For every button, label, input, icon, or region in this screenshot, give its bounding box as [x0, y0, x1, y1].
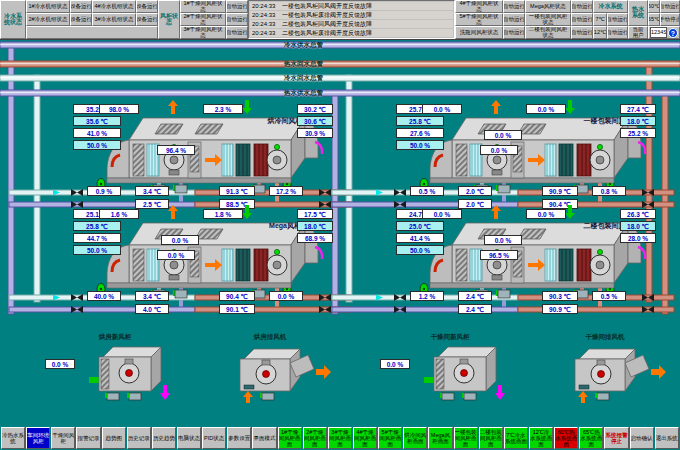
heating-coil-icon: [577, 249, 591, 281]
damper-louver-icon: [133, 249, 144, 281]
intake-arrow-icon: [578, 391, 588, 403]
toolbar-button[interactable]: 干燥间风柜: [51, 427, 75, 449]
pipe-label-chilled-return: 冷水回水总管: [284, 74, 323, 83]
toolbar-button[interactable]: 冷热水系统: [1, 427, 25, 449]
return-arrow-icon: [242, 100, 252, 114]
toolbar-button[interactable]: 60℃热水系统画面: [554, 427, 578, 449]
toolbar-button[interactable]: 65℃热水系统画面: [579, 427, 603, 449]
supply-air-temp: 26.3 ℃: [620, 209, 656, 219]
fan-speed-feedback: 96.4 %: [157, 145, 195, 155]
supply-humidity: 68.9 %: [297, 233, 333, 243]
damper-louver-icon: [456, 144, 467, 176]
heating-coil-icon: [254, 249, 268, 281]
fan-speed-feedback: 96.5 %: [480, 250, 518, 260]
mixing-damper-position: 0.0 %: [161, 235, 199, 245]
damper-position: 1.8 %: [203, 209, 243, 219]
damper-position: 2.3 %: [203, 104, 243, 114]
ahu-module: 25.7 ℃ 25.8 ℃ 27.6 % 50.0 % 0.0 % 0.0 % …: [348, 100, 658, 212]
supply-humidity: 25.2 %: [620, 128, 656, 138]
toolbar-button[interactable]: 烘冷间风柜画面: [403, 427, 427, 449]
hot-valve-position: 0.5 %: [592, 291, 626, 301]
toolbar-button[interactable]: 1#干燥间风柜画面: [278, 427, 302, 449]
fan-speed-feedback: 0.0 %: [157, 250, 195, 260]
return-humidity: 27.6 %: [396, 128, 444, 138]
hot-supply-temp: 90.9 ℃: [542, 186, 578, 196]
return-humidity: 44.7 %: [73, 233, 121, 243]
humidity-setpoint: 50.0 %: [396, 245, 444, 255]
damper-louver-icon: [456, 249, 467, 281]
chilled-supply-temp: 2.0 ℃: [458, 186, 492, 196]
fresh-air-damper-position: 0.0 %: [45, 359, 75, 369]
chilled-valve-position: 0.9 %: [87, 186, 121, 196]
return-humidity: 41.4 %: [396, 233, 444, 243]
toolbar-button[interactable]: 退出系统: [655, 427, 679, 449]
toolbar-button[interactable]: Mega风柜画面: [428, 427, 452, 449]
fan-stopped-indicator: [263, 371, 270, 378]
damper-position: 0.0 %: [526, 209, 566, 219]
toolbar-button[interactable]: PID状态: [202, 427, 226, 449]
heating-coil-icon: [254, 144, 268, 176]
pipe-label-hot-return: 热水回水总管: [284, 60, 323, 69]
toolbar-button[interactable]: 界面模式: [252, 427, 276, 449]
damper-actuator-icon: [129, 393, 141, 400]
toolbar-button[interactable]: 历史记录: [127, 427, 151, 449]
filter-section-icon: [222, 249, 233, 281]
damper-louver-icon: [133, 144, 144, 176]
toolbar-button[interactable]: 电脑状态: [177, 427, 201, 449]
supply-air-setpoint: 18.0 ℃: [297, 221, 333, 231]
chilled-valve-position: 1.2 %: [410, 291, 444, 301]
damper-actuator-icon: [464, 393, 476, 400]
supply-air-setpoint: 18.0 ℃: [620, 221, 656, 231]
pipe-label-hot-supply: 热水供水总管: [284, 89, 323, 98]
hot-valve-position: 0.8 %: [592, 186, 626, 196]
damper-position: 1.6 %: [99, 209, 139, 219]
toolbar-button[interactable]: 一楼包装间风柜画面: [454, 427, 478, 449]
scada-hvac-screen: 冷水系统状态 1#冷水机组状态 设备运行 4#冷水机组状态 设备运行 2#冷水机…: [0, 0, 680, 450]
toolbar-button[interactable]: 历史趋势: [152, 427, 176, 449]
toolbar-button[interactable]: 参数设置: [227, 427, 251, 449]
toolbar-button[interactable]: 3#干燥间风柜画面: [328, 427, 352, 449]
toolbar-button[interactable]: 4#干燥间风柜画面: [353, 427, 377, 449]
hot-valve-position: 0.0 %: [269, 291, 303, 301]
fan-unit: 干燥间排风机: [535, 333, 675, 403]
chilled-supply-temp: 3.4 ℃: [135, 186, 169, 196]
toolbar-button[interactable]: 5#干燥间风柜画面: [378, 427, 402, 449]
ahu-module: 35.2 ℃ 35.6 ℃ 41.0 % 50.0 % 98.0 % 2.3 %…: [25, 100, 335, 212]
supply-air-temp: 30.2 ℃: [297, 104, 333, 114]
damper-position: 0.0 %: [422, 209, 462, 219]
discharge-arrow-icon: [160, 385, 170, 400]
chilled-return-temp: 2.4 ℃: [458, 304, 492, 314]
cooling-coil-icon: [236, 249, 250, 281]
bottom-toolbar: 冷热水系统 车间环境风柜 干燥间风柜 报警记录 趋势图 历史记录 历史趋势 电脑…: [0, 426, 680, 450]
toolbar-button[interactable]: 趋势图: [102, 427, 126, 449]
exhaust-arrow-icon: [316, 365, 331, 379]
humidity-setpoint: 50.0 %: [396, 140, 444, 150]
fan-unit-graphic: [200, 341, 340, 403]
ahu-module: 25.1 ℃ 25.8 ℃ 44.7 % 50.0 % 1.6 % 1.8 % …: [25, 205, 335, 317]
supply-arrow-icon: [168, 100, 178, 114]
hot-return-temp: 90.9 ℃: [542, 304, 578, 314]
toolbar-button[interactable]: 车间环境风柜: [26, 427, 50, 449]
fan-unit: 烘房新风柜: [45, 333, 185, 403]
supply-arrow-icon: [491, 100, 501, 114]
return-humidity: 41.0 %: [73, 128, 121, 138]
toolbar-button[interactable]: 二楼包装间风柜画面: [479, 427, 503, 449]
fan-unit-graphic: [45, 341, 185, 403]
supply-arrow-icon: [168, 205, 178, 219]
exhaust-arrow-icon: [651, 365, 666, 379]
filter-icon: [436, 359, 444, 389]
chilled-supply-temp: 2.4 ℃: [458, 291, 492, 301]
fan-unit: 烘房排风机: [200, 333, 340, 403]
heating-coil-icon: [577, 144, 591, 176]
toolbar-button[interactable]: 12℃冷水系统画面: [529, 427, 553, 449]
cooling-coil-icon: [236, 144, 250, 176]
toolbar-button[interactable]: 系统报警停止: [604, 427, 628, 449]
damper-position: 0.0 %: [422, 104, 462, 114]
toolbar-button[interactable]: 7℃冷水系统画面: [504, 427, 528, 449]
return-air-setpoint: 25.8 ℃: [396, 116, 444, 126]
toolbar-button[interactable]: 启动确认: [630, 427, 654, 449]
fan-unit-graphic: [380, 341, 520, 403]
fan-speed-feedback: 0.0 %: [480, 145, 518, 155]
toolbar-button[interactable]: 2#干燥间风柜画面: [303, 427, 327, 449]
toolbar-button[interactable]: 报警记录: [76, 427, 100, 449]
